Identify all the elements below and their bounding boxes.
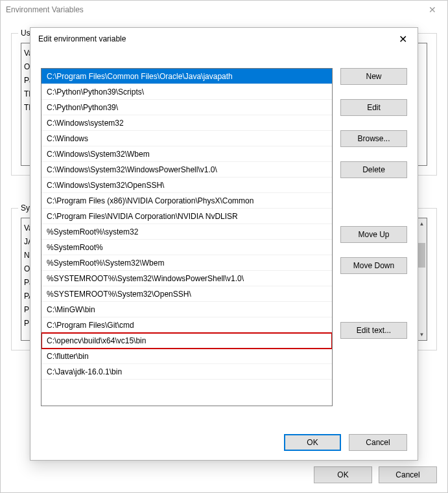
edit-env-dialog: Edit environment variable ✕ C:\Program F…	[30, 27, 418, 461]
dialog-title: Edit environment variable	[38, 34, 126, 43]
edit-button[interactable]: Edit	[340, 99, 407, 116]
path-item[interactable]: %SYSTEMROOT%\System32\WindowsPowerShell\…	[41, 271, 332, 286]
path-item[interactable]: C:\flutter\bin	[41, 349, 332, 364]
path-item[interactable]: C:\MinGW\bin	[41, 302, 332, 317]
path-item[interactable]: C:\Windows\system32	[41, 115, 332, 131]
dialog-cancel-button[interactable]: Cancel	[349, 434, 407, 451]
path-item[interactable]: %SystemRoot%\system32	[41, 224, 332, 240]
dialog-titlebar: Edit environment variable ✕	[30, 28, 418, 50]
delete-button[interactable]: Delete	[340, 161, 407, 178]
path-item[interactable]: C:\Python\Python39\	[41, 100, 332, 115]
outer-titlebar: Environment Variables ✕	[1, 1, 447, 19]
dialog-side-buttons: New Edit Browse... Delete Move Up Move D…	[340, 68, 407, 425]
edit-text-button[interactable]: Edit text...	[340, 322, 407, 339]
dialog-body: C:\Program Files\Common Files\Oracle\Jav…	[41, 68, 407, 425]
path-item[interactable]: C:\Windows\System32\Wbem	[41, 146, 332, 162]
new-button[interactable]: New	[340, 68, 407, 85]
dialog-ok-button[interactable]: OK	[284, 434, 341, 451]
path-item[interactable]: C:\Program Files\NVIDIA Corporation\NVID…	[41, 209, 332, 224]
browse-button[interactable]: Browse...	[340, 130, 407, 147]
close-icon[interactable]: ✕	[418, 1, 447, 19]
path-item[interactable]: C:\Windows\System32\WindowsPowerShell\v1…	[41, 162, 332, 178]
path-item[interactable]: C:\Program Files\Common Files\Oracle\Jav…	[41, 69, 332, 84]
move-up-button[interactable]: Move Up	[340, 226, 407, 243]
outer-dialog-buttons: OK Cancel	[314, 466, 437, 483]
outer-ok-button[interactable]: OK	[314, 466, 372, 483]
path-item[interactable]: C:\Windows	[41, 131, 332, 146]
outer-title: Environment Variables	[6, 5, 84, 14]
path-item[interactable]: C:\opencv\build\x64\vc15\bin	[41, 333, 332, 349]
path-item[interactable]: C:\Program Files (x86)\NVIDIA Corporatio…	[41, 193, 332, 209]
path-item[interactable]: C:\Python\Python39\Scripts\	[41, 84, 332, 100]
outer-cancel-button[interactable]: Cancel	[379, 466, 437, 483]
path-list[interactable]: C:\Program Files\Common Files\Oracle\Jav…	[41, 68, 333, 406]
path-item[interactable]: C:\Windows\System32\OpenSSH\	[41, 178, 332, 193]
path-item[interactable]: %SystemRoot%\System32\Wbem	[41, 255, 332, 271]
path-item[interactable]: %SystemRoot%	[41, 240, 332, 255]
path-item[interactable]: C:\Program Files\Git\cmd	[41, 317, 332, 333]
path-item[interactable]: %SYSTEMROOT%\System32\OpenSSH\	[41, 286, 332, 302]
move-down-button[interactable]: Move Down	[340, 257, 407, 274]
dialog-bottom-buttons: OK Cancel	[284, 434, 407, 451]
path-item[interactable]: C:\Java\jdk-16.0.1\bin	[41, 364, 332, 380]
close-icon[interactable]: ✕	[388, 28, 418, 50]
